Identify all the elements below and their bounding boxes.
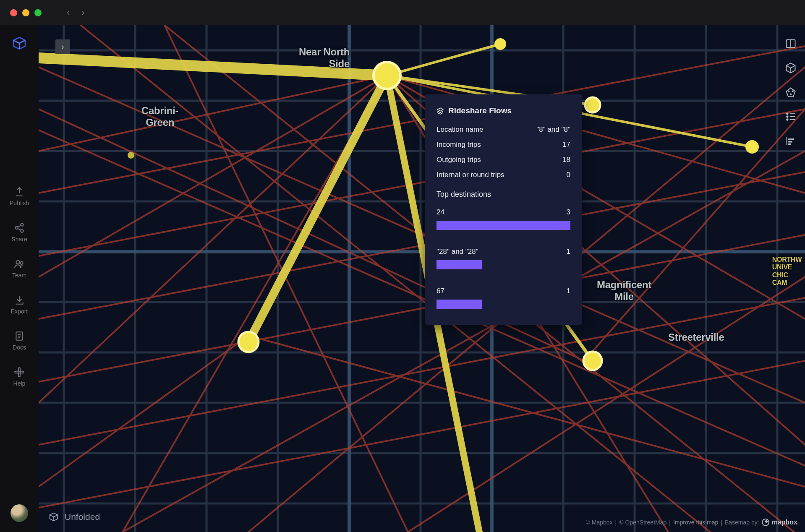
window-fullscreen-button[interactable] — [34, 9, 42, 16]
download-icon — [14, 295, 25, 305]
svg-line-53 — [39, 76, 387, 151]
mapbox-logo[interactable]: mapbox — [762, 519, 797, 526]
svg-point-80 — [787, 116, 788, 117]
tooltip-row: Internal or round trips0 — [436, 171, 570, 179]
svg-point-78 — [790, 94, 791, 95]
svg-point-77 — [792, 91, 793, 92]
svg-rect-88 — [788, 143, 791, 145]
svg-point-2 — [21, 229, 24, 232]
svg-point-4 — [20, 262, 23, 265]
tooltip-section-title: Top destinations — [436, 190, 570, 199]
destination-label: 67 — [436, 287, 444, 295]
destination-value: 1 — [567, 287, 570, 295]
attribution-osm[interactable]: © OpenStreetMap — [619, 519, 666, 526]
left-sidebar: Publish Share Team Export Docs Help — [0, 25, 39, 532]
tooltip-row-label: Outgoing trips — [436, 156, 481, 164]
destination-bar — [436, 221, 570, 230]
svg-rect-6 — [18, 368, 20, 371]
mapbox-logo-text: mapbox — [772, 519, 797, 526]
3d-view-button[interactable] — [785, 62, 797, 74]
map-canvas[interactable]: › — [39, 25, 805, 532]
layers-icon — [436, 107, 444, 115]
cube-icon — [785, 62, 797, 74]
sidebar-item-label: Publish — [10, 200, 29, 206]
tooltip-row-value: 18 — [562, 156, 570, 164]
tooltip-row-label: Internal or round trips — [436, 171, 504, 179]
split-view-button[interactable] — [785, 38, 797, 50]
expand-panel-button[interactable]: › — [55, 39, 70, 54]
svg-rect-87 — [788, 141, 792, 143]
brand-name: Unfolded — [65, 512, 100, 522]
svg-point-67 — [374, 62, 400, 89]
nav-forward-button[interactable]: › — [81, 7, 84, 18]
svg-point-79 — [787, 113, 788, 115]
attribution-footer: © Mapbox | © OpenStreetMap | Improve thi… — [586, 519, 797, 526]
svg-point-69 — [585, 97, 600, 112]
svg-line-65 — [387, 44, 500, 76]
destination-bar — [436, 260, 570, 269]
brand-footer: Unfolded — [48, 511, 100, 523]
sidebar-item-label: Export — [11, 308, 28, 315]
tooltip-row-label: Location name — [436, 125, 484, 134]
svg-point-72 — [583, 352, 602, 370]
svg-rect-8 — [15, 371, 18, 373]
tooltip-title: Rideshare Flows — [448, 106, 512, 115]
svg-point-0 — [21, 223, 24, 226]
svg-line-60 — [39, 58, 387, 76]
svg-point-81 — [787, 119, 788, 120]
window-minimize-button[interactable] — [22, 9, 29, 16]
sidebar-item-label: Help — [13, 380, 26, 387]
svg-point-1 — [15, 227, 18, 229]
destination-label: "28" and "28" — [436, 248, 478, 256]
svg-line-56 — [248, 336, 805, 487]
destination-value: 3 — [567, 208, 570, 216]
svg-line-55 — [584, 109, 805, 361]
tooltip-row: Outgoing trips18 — [436, 156, 570, 164]
user-avatar[interactable] — [10, 504, 28, 522]
sidebar-item-export[interactable]: Export — [11, 295, 28, 315]
split-map-icon — [785, 38, 797, 50]
svg-rect-7 — [18, 373, 20, 377]
sidebar-item-help[interactable]: Help — [13, 367, 26, 387]
slack-icon — [14, 367, 25, 378]
attribution-basemap-by: Basemap by: — [725, 519, 759, 526]
docs-icon — [14, 331, 25, 342]
svg-line-35 — [39, 130, 805, 466]
legend-toggle-button[interactable] — [785, 111, 797, 123]
map-svg-layer — [39, 25, 805, 532]
attribution-mapbox[interactable]: © Mapbox — [586, 519, 613, 526]
right-toolbar — [785, 38, 797, 147]
chart-toggle-button[interactable] — [785, 135, 797, 147]
tooltip-row-value: 0 — [567, 171, 570, 179]
sidebar-item-label: Docs — [13, 344, 26, 351]
mapbox-logo-icon — [762, 519, 769, 526]
sidebar-item-docs[interactable]: Docs — [13, 331, 26, 351]
team-icon — [14, 258, 25, 269]
app-logo — [10, 34, 28, 52]
nav-back-button[interactable]: ‹ — [67, 7, 70, 18]
attribution-improve-link[interactable]: Improve this map — [673, 519, 718, 526]
destination-value: 1 — [567, 248, 570, 256]
sidebar-item-share[interactable]: Share — [11, 222, 27, 243]
svg-point-76 — [788, 91, 789, 92]
sidebar-item-label: Team — [12, 272, 26, 279]
svg-point-73 — [128, 152, 134, 159]
svg-point-68 — [494, 38, 506, 50]
window-close-button[interactable] — [10, 9, 17, 16]
svg-point-70 — [745, 140, 759, 154]
destination-row: 243 — [436, 208, 570, 230]
tooltip-row-value: "8" and "8" — [536, 125, 570, 134]
sidebar-item-publish[interactable]: Publish — [10, 186, 29, 206]
svg-line-40 — [39, 298, 805, 445]
geocode-button[interactable] — [785, 86, 797, 98]
flow-tooltip-panel: Rideshare Flows Location name"8" and "8"… — [425, 94, 582, 325]
tooltip-row-label: Incoming trips — [436, 141, 481, 149]
svg-point-3 — [16, 260, 20, 264]
sidebar-item-team[interactable]: Team — [12, 258, 26, 279]
destination-row: "28" and "28"1 — [436, 248, 570, 269]
unfolded-logo-icon — [48, 511, 60, 523]
tooltip-row: Incoming trips17 — [436, 141, 570, 149]
chevron-right-icon: › — [62, 42, 64, 51]
pentagon-icon — [785, 86, 797, 98]
svg-rect-9 — [20, 371, 24, 373]
